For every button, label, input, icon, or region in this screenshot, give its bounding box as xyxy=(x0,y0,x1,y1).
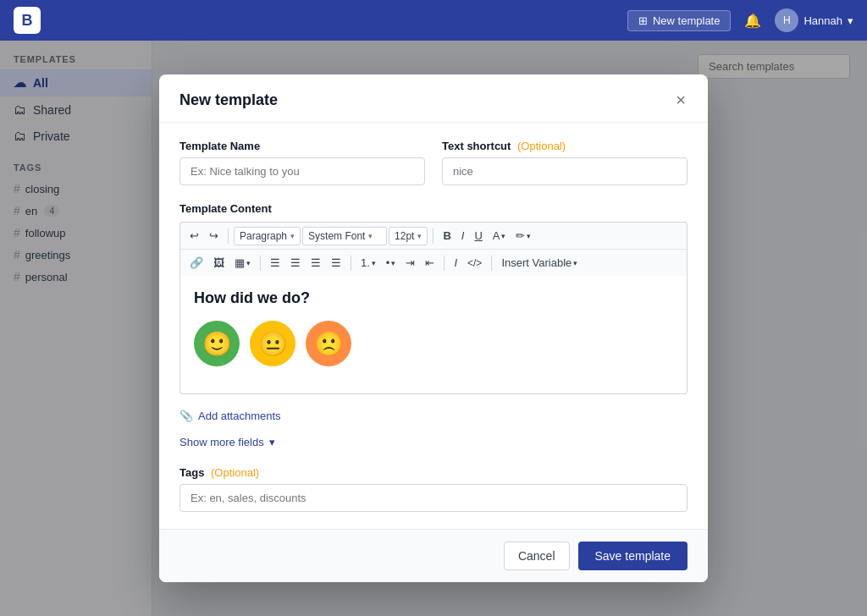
size-chevron-icon: ▾ xyxy=(417,232,422,240)
user-name: Hannah xyxy=(803,14,842,27)
size-select[interactable]: 12pt ▾ xyxy=(389,227,428,245)
emoji-row: 🙂 😐 🙁 xyxy=(194,321,673,366)
nav-left: B xyxy=(14,7,41,34)
insert-variable-label: Insert Variable xyxy=(501,256,572,269)
top-navigation: B ⊞ New template 🔔 H Hannah ▾ xyxy=(0,0,867,41)
template-name-group: Template Name xyxy=(179,140,425,185)
align-right-button[interactable]: ☰ xyxy=(306,253,325,272)
new-template-icon: ⊞ xyxy=(638,14,648,27)
link-button[interactable]: 🔗 xyxy=(185,253,207,272)
optional-label: (Optional) xyxy=(517,140,566,152)
tags-input[interactable] xyxy=(179,484,688,512)
attachment-icon: 📎 xyxy=(179,410,193,422)
modal-title: New template xyxy=(179,91,278,109)
ul-chevron-icon: ▾ xyxy=(391,259,395,267)
italic-alt-button[interactable]: I xyxy=(450,253,461,272)
text-shortcut-group: Text shortcut (Optional) xyxy=(442,140,688,185)
ol-chevron-icon: ▾ xyxy=(372,259,376,267)
table-button[interactable]: ▦ ▾ xyxy=(230,253,255,272)
font-select[interactable]: System Font ▾ xyxy=(302,227,387,245)
editor-heading: How did we do? xyxy=(194,289,673,307)
template-name-input[interactable] xyxy=(179,157,425,185)
avatar: H xyxy=(775,8,798,32)
outdent-button[interactable]: ⇤ xyxy=(421,253,439,272)
bold-button[interactable]: B xyxy=(439,226,455,245)
size-label: 12pt xyxy=(395,230,414,242)
save-template-button[interactable]: Save template xyxy=(578,542,688,570)
toolbar-separator-4 xyxy=(351,256,351,271)
template-content-section: Template Content ↩ ↪ Paragraph ▾ System … xyxy=(179,202,688,394)
neutral-emoji: 😐 xyxy=(250,321,295,366)
toolbar-row-1: ↩ ↪ Paragraph ▾ System Font ▾ 12pt xyxy=(180,223,687,250)
indent-button[interactable]: ⇥ xyxy=(401,253,419,272)
ordered-list-button[interactable]: 1. ▾ xyxy=(356,253,380,272)
table-chevron-icon: ▾ xyxy=(246,259,251,267)
toolbar-separator-3 xyxy=(260,256,261,271)
name-shortcut-row: Template Name Text shortcut (Optional) xyxy=(179,140,688,185)
happy-emoji: 🙂 xyxy=(194,321,240,366)
toolbar-row-2: 🔗 🖼 ▦ ▾ ☰ ☰ ☰ ☰ 1. ▾ xyxy=(180,250,687,276)
font-chevron-icon: ▾ xyxy=(368,232,373,240)
toolbar-separator xyxy=(228,228,229,244)
highlight-chevron-icon: ▾ xyxy=(527,232,531,240)
modal-backdrop: New template × Template Name Text shortc… xyxy=(0,41,867,616)
show-more-chevron-icon: ▾ xyxy=(269,436,275,448)
toolbar-separator-2 xyxy=(433,228,434,244)
tags-field-section: Tags (Optional) xyxy=(179,465,688,512)
highlight-button[interactable]: ✏ ▾ xyxy=(511,226,535,245)
nav-right: ⊞ New template 🔔 H Hannah ▾ xyxy=(627,8,853,32)
new-template-modal: New template × Template Name Text shortc… xyxy=(159,74,708,582)
template-name-label: Template Name xyxy=(179,140,425,152)
paragraph-chevron-icon: ▾ xyxy=(290,232,295,240)
bell-icon[interactable]: 🔔 xyxy=(744,13,761,29)
sad-emoji: 🙁 xyxy=(306,321,351,366)
modal-header: New template × xyxy=(159,74,708,123)
font-color-button[interactable]: A ▾ xyxy=(489,226,511,245)
text-shortcut-input[interactable] xyxy=(442,157,688,185)
toolbar-separator-5 xyxy=(444,256,445,271)
italic-button[interactable]: I xyxy=(457,226,469,245)
tags-optional-label: (Optional) xyxy=(211,466,259,479)
new-template-nav-button[interactable]: ⊞ New template xyxy=(627,10,731,31)
code-button[interactable]: </> xyxy=(463,254,486,272)
font-color-chevron-icon: ▾ xyxy=(501,232,505,240)
cancel-button[interactable]: Cancel xyxy=(504,542,570,570)
undo-button[interactable]: ↩ xyxy=(185,226,203,245)
align-left-button[interactable]: ☰ xyxy=(266,253,284,272)
add-attachments-label: Add attachments xyxy=(198,410,281,422)
modal-close-button[interactable]: × xyxy=(674,90,688,110)
font-label: System Font xyxy=(308,230,365,242)
insert-variable-chevron-icon: ▾ xyxy=(573,259,577,267)
new-template-nav-label: New template xyxy=(653,14,720,27)
user-menu[interactable]: H Hannah ▾ xyxy=(775,8,853,32)
paragraph-label: Paragraph xyxy=(240,230,287,242)
editor-toolbar: ↩ ↪ Paragraph ▾ System Font ▾ 12pt xyxy=(179,222,688,276)
editor-area[interactable]: How did we do? 🙂 😐 🙁 xyxy=(179,276,688,394)
underline-button[interactable]: U xyxy=(470,226,486,245)
font-color-label: A xyxy=(493,229,500,242)
unordered-list-button[interactable]: • ▾ xyxy=(382,253,400,272)
add-attachments-button[interactable]: 📎 Add attachments xyxy=(179,406,281,426)
user-chevron-icon: ▾ xyxy=(848,14,853,27)
align-justify-button[interactable]: ☰ xyxy=(327,253,345,272)
redo-button[interactable]: ↪ xyxy=(205,226,223,245)
tags-field-label: Tags (Optional) xyxy=(179,466,259,479)
align-center-button[interactable]: ☰ xyxy=(286,253,305,272)
text-shortcut-label: Text shortcut (Optional) xyxy=(442,140,688,152)
template-content-label: Template Content xyxy=(179,202,688,215)
modal-footer: Cancel Save template xyxy=(159,529,708,582)
image-button[interactable]: 🖼 xyxy=(209,253,229,272)
toolbar-separator-6 xyxy=(491,256,492,271)
highlight-label: ✏ xyxy=(516,229,525,242)
show-more-label: Show more fields xyxy=(179,436,264,448)
modal-body: Template Name Text shortcut (Optional) T… xyxy=(159,123,708,529)
show-more-fields-button[interactable]: Show more fields ▾ xyxy=(179,432,275,452)
insert-variable-button[interactable]: Insert Variable ▾ xyxy=(497,253,582,272)
app-logo: B xyxy=(14,7,41,34)
paragraph-select[interactable]: Paragraph ▾ xyxy=(234,227,301,245)
